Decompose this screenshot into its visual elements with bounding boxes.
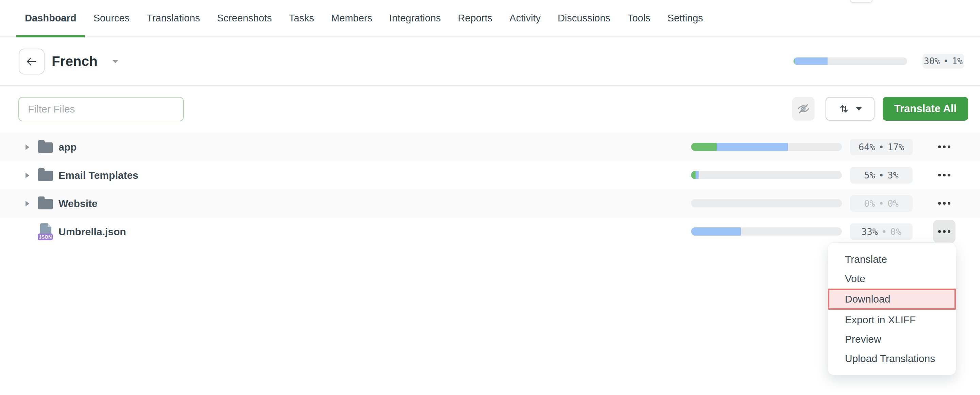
translated-percent: 33%: [861, 227, 878, 237]
file-row-app[interactable]: app 64% • 17%: [0, 133, 980, 161]
separator-dot: •: [943, 56, 949, 66]
cutoff-popup: [850, 0, 872, 3]
file-progress-bar: [691, 143, 842, 151]
nav-tab-screenshots[interactable]: Screenshots: [208, 0, 280, 36]
more-actions-button[interactable]: [933, 135, 956, 159]
menu-item-download[interactable]: Download: [828, 289, 956, 310]
file-row-website[interactable]: Website 0% • 0%: [0, 189, 980, 217]
nav-tab-reports[interactable]: Reports: [450, 0, 501, 36]
file-list: app 64% • 17% Email Templates 5% • 3%: [0, 133, 980, 246]
translated-percent: 30%: [924, 56, 940, 66]
language-progress: 30% • 1%: [794, 54, 964, 69]
more-actions-button[interactable]: [933, 163, 956, 187]
translated-segment: [795, 57, 827, 65]
nav-tab-dashboard[interactable]: Dashboard: [16, 0, 85, 36]
sort-button[interactable]: [826, 97, 875, 121]
language-header: French 30% • 1%: [0, 37, 980, 86]
more-actions-button[interactable]: [933, 192, 956, 215]
file-progress-badge: 0% • 0%: [850, 195, 913, 212]
nav-tab-tasks[interactable]: Tasks: [280, 0, 323, 36]
file-progress-badge: 33% • 0%: [850, 223, 913, 240]
project-nav: Dashboard Sources Translations Screensho…: [0, 0, 980, 37]
nav-tab-settings[interactable]: Settings: [659, 0, 711, 36]
caret-down-icon[interactable]: [113, 60, 118, 63]
separator-dot: •: [878, 170, 884, 181]
nav-tab-tools[interactable]: Tools: [619, 0, 659, 36]
separator-dot: •: [878, 198, 884, 209]
more-actions-button[interactable]: [933, 220, 956, 243]
folder-icon: [38, 143, 53, 153]
nav-tab-translations[interactable]: Translations: [138, 0, 208, 36]
nav-tab-members[interactable]: Members: [323, 0, 381, 36]
approved-percent: 0%: [888, 198, 899, 209]
file-name: app: [59, 141, 76, 153]
file-context-menu: Translate Vote Download Export in XLIFF …: [827, 243, 956, 375]
menu-item-preview[interactable]: Preview: [828, 329, 956, 349]
menu-item-translate[interactable]: Translate: [828, 249, 956, 269]
sort-arrows-icon: [838, 103, 850, 115]
nav-tab-integrations[interactable]: Integrations: [381, 0, 450, 36]
filter-files-input[interactable]: [18, 97, 184, 121]
menu-item-export-xliff[interactable]: Export in XLIFF: [828, 310, 956, 329]
approved-percent: 3%: [888, 170, 899, 181]
toolbar-actions: Translate All: [792, 97, 968, 121]
translated-percent: 0%: [864, 198, 875, 209]
hide-completed-button[interactable]: [792, 97, 815, 121]
caret-right-icon[interactable]: [25, 173, 29, 178]
caret-right-icon[interactable]: [25, 144, 29, 150]
translated-percent: 64%: [859, 142, 875, 152]
separator-dot: •: [881, 227, 887, 237]
translated-segment: [691, 227, 741, 236]
ellipsis-icon: [938, 174, 950, 176]
nav-tab-discussions[interactable]: Discussions: [549, 0, 619, 36]
file-progress-bar: [691, 227, 842, 236]
approved-segment: [691, 143, 717, 151]
files-toolbar: Translate All: [0, 86, 980, 133]
file-name: Umbrella.json: [59, 226, 126, 238]
approved-percent: 0%: [890, 227, 901, 237]
eye-off-icon: [797, 102, 810, 115]
nav-tab-sources[interactable]: Sources: [85, 0, 138, 36]
separator-dot: •: [878, 142, 884, 152]
translate-all-button[interactable]: Translate All: [883, 97, 968, 121]
file-progress-badge: 5% • 3%: [850, 167, 913, 184]
file-name: Email Templates: [59, 170, 138, 181]
page-title: French: [52, 54, 98, 69]
json-file-icon: JSON: [37, 223, 54, 243]
nav-tab-activity[interactable]: Activity: [501, 0, 549, 36]
file-row-email-templates[interactable]: Email Templates 5% • 3%: [0, 161, 980, 189]
folder-icon: [38, 199, 53, 209]
approved-percent: 17%: [888, 142, 904, 152]
translated-percent: 5%: [864, 170, 875, 181]
back-button[interactable]: [19, 49, 45, 75]
file-progress-badge: 64% • 17%: [850, 139, 913, 155]
file-progress-bar: [691, 171, 842, 179]
translated-segment: [717, 143, 788, 151]
approved-segment: [691, 171, 695, 179]
menu-item-upload-translations[interactable]: Upload Translations: [828, 349, 956, 368]
folder-icon: [38, 171, 53, 181]
ellipsis-icon: [938, 202, 950, 205]
ellipsis-icon: [938, 230, 950, 233]
translated-segment: [695, 171, 698, 179]
caret-right-icon[interactable]: [25, 201, 29, 206]
file-progress-bar: [691, 199, 842, 207]
language-progress-badge: 30% • 1%: [923, 54, 964, 69]
caret-down-icon: [856, 107, 862, 111]
file-name: Website: [59, 198, 97, 209]
menu-item-vote[interactable]: Vote: [828, 269, 956, 288]
approved-percent: 1%: [952, 56, 963, 66]
json-badge-label: JSON: [39, 234, 52, 240]
ellipsis-icon: [938, 146, 950, 148]
language-progress-bar: [794, 57, 907, 65]
arrow-left-icon: [25, 55, 38, 68]
file-row-umbrella-json[interactable]: JSON Umbrella.json 33% • 0%: [0, 217, 980, 246]
